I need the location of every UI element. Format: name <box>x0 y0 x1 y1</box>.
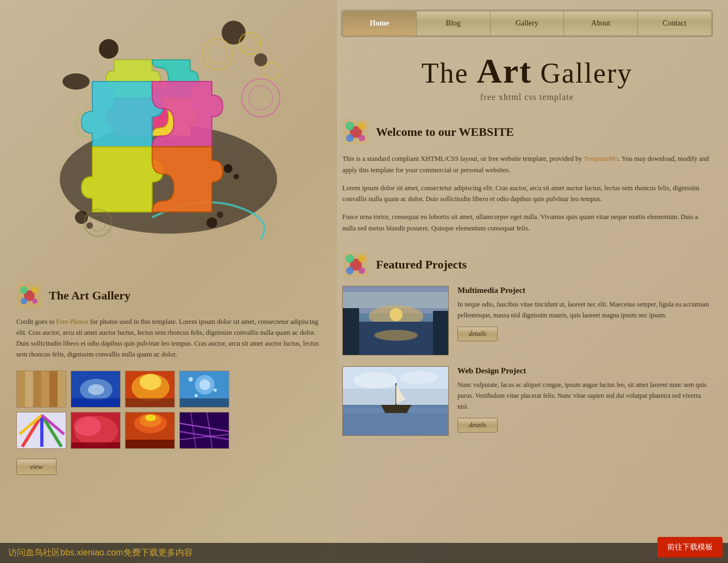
free-photos-link[interactable]: Free Photos <box>56 318 88 326</box>
svg-rect-33 <box>49 371 58 408</box>
welcome-section: Welcome to our WEBSITE This is a standar… <box>337 108 728 246</box>
svg-point-50 <box>194 394 198 397</box>
svg-point-83 <box>346 267 354 274</box>
view-button[interactable]: view <box>16 459 57 475</box>
project-desc-2: Nunc vulputate, lacus ac aliquet congue,… <box>457 380 712 412</box>
title-the: The <box>422 58 477 89</box>
featured-header: Featured Projects <box>342 251 712 278</box>
svg-point-6 <box>202 39 233 70</box>
welcome-para3: Fusce urna tortor, consequat eu lobortis… <box>342 211 712 234</box>
svg-point-16 <box>217 211 223 218</box>
navigation-bar: Home Blog Gallery About Contact <box>342 11 712 36</box>
svg-point-24 <box>20 286 28 294</box>
featured-icon <box>342 251 369 278</box>
svg-point-20 <box>243 37 256 50</box>
project-title-1: Multimedia Project <box>457 286 712 295</box>
project-desc-1: In neque odio, faucibus vitae tincidunt … <box>457 299 712 321</box>
svg-point-78 <box>359 135 365 141</box>
nav-about[interactable]: About <box>564 11 638 35</box>
site-subtitle: free xhtml css template <box>342 92 712 102</box>
svg-rect-47 <box>180 398 229 408</box>
thumbnail-1[interactable] <box>16 371 66 408</box>
svg-point-12 <box>234 174 239 179</box>
svg-rect-94 <box>433 311 449 355</box>
left-section-desc: Credit goes to Free Photos for photos us… <box>16 316 321 360</box>
site-title: The Art Gallery <box>342 52 712 90</box>
svg-rect-65 <box>125 440 175 449</box>
svg-point-2 <box>99 39 118 59</box>
project-info-1: Multimedia Project In neque odio, faucib… <box>457 286 712 355</box>
welcome-icon <box>342 118 369 146</box>
svg-rect-31 <box>33 371 41 408</box>
svg-point-15 <box>206 217 217 228</box>
svg-point-81 <box>346 254 354 263</box>
svg-rect-32 <box>41 371 49 408</box>
svg-rect-34 <box>58 371 66 408</box>
nav-gallery[interactable]: Gallery <box>491 11 564 35</box>
svg-point-98 <box>354 372 397 389</box>
svg-point-4 <box>254 53 267 66</box>
svg-point-26 <box>21 298 27 304</box>
project-item-1: Multimedia Project In neque odio, faucib… <box>342 286 712 355</box>
details-button-1[interactable]: details <box>457 327 498 341</box>
svg-point-77 <box>346 134 354 142</box>
thumbnail-grid <box>16 371 321 449</box>
credit-text: Credit goes to <box>16 318 56 326</box>
project-image-1 <box>342 286 449 355</box>
svg-point-99 <box>400 371 438 384</box>
svg-rect-39 <box>71 398 121 408</box>
featured-projects-section: Featured Projects <box>337 246 728 452</box>
thumbnail-6[interactable] <box>71 412 121 449</box>
hero-image <box>43 16 293 255</box>
download-button[interactable]: 前往下载模板 <box>657 537 723 558</box>
left-content-area: The Art Gallery Credit goes to Free Phot… <box>0 272 337 486</box>
svg-point-9 <box>242 79 280 117</box>
welcome-para1: This is a standard compliant XHTML/CSS l… <box>342 153 712 176</box>
thumbnail-4[interactable] <box>179 371 229 408</box>
bottom-bar-text: 访问血鸟社区bbs.xieniao.com免费下载更多内容 <box>8 548 193 557</box>
nav-blog[interactable]: Blog <box>417 11 491 35</box>
thumbnail-2[interactable] <box>71 371 121 408</box>
project-info-2: Web Design Project Nunc vulputate, lacus… <box>457 366 712 436</box>
project-item-2: Web Design Project Nunc vulputate, lacus… <box>342 366 712 436</box>
left-section-title: The Art Gallery <box>49 289 130 303</box>
svg-marker-102 <box>381 405 411 413</box>
svg-rect-43 <box>125 398 175 408</box>
svg-point-10 <box>249 86 273 110</box>
svg-point-25 <box>32 287 38 293</box>
svg-rect-60 <box>71 442 121 449</box>
left-column: The Art Gallery Credit goes to Free Phot… <box>0 0 337 563</box>
thumbnail-3[interactable] <box>125 371 175 408</box>
svg-rect-29 <box>17 371 25 408</box>
svg-rect-93 <box>343 308 359 355</box>
thumbnail-7[interactable] <box>125 412 175 449</box>
welcome-header: Welcome to our WEBSITE <box>342 118 712 146</box>
bottom-bar: 访问血鸟社区bbs.xieniao.com免费下载更多内容 <box>0 543 728 563</box>
thumbnail-8[interactable] <box>179 412 229 449</box>
svg-point-42 <box>140 374 161 390</box>
svg-point-19 <box>239 33 261 54</box>
project-title-2: Web Design Project <box>457 366 712 376</box>
welcome-title: Welcome to our WEBSITE <box>376 125 514 139</box>
thumbnail-5[interactable] <box>16 412 66 449</box>
svg-point-64 <box>145 415 156 421</box>
svg-point-48 <box>189 377 193 381</box>
right-column: Home Blog Gallery About Contact The Art … <box>337 0 728 563</box>
svg-point-13 <box>75 211 88 224</box>
svg-point-49 <box>214 389 217 392</box>
welcome-text1: This is a standard compliant XHTML/CSS l… <box>342 155 583 162</box>
left-section-icon <box>16 283 42 309</box>
title-art: Art <box>476 52 532 90</box>
nav-contact[interactable]: Contact <box>638 11 711 35</box>
svg-rect-30 <box>25 371 33 408</box>
details-button-2[interactable]: details <box>457 418 498 433</box>
svg-point-75 <box>346 122 354 130</box>
svg-point-90 <box>390 308 403 321</box>
svg-point-92 <box>374 330 418 341</box>
nav-home[interactable]: Home <box>343 11 417 35</box>
project-image-2 <box>342 366 449 436</box>
templatemo-link[interactable]: TemplateMo <box>583 155 618 162</box>
svg-point-82 <box>358 255 366 262</box>
left-title-area: The Art Gallery <box>16 283 321 309</box>
title-gallery: Gallery <box>532 58 632 89</box>
